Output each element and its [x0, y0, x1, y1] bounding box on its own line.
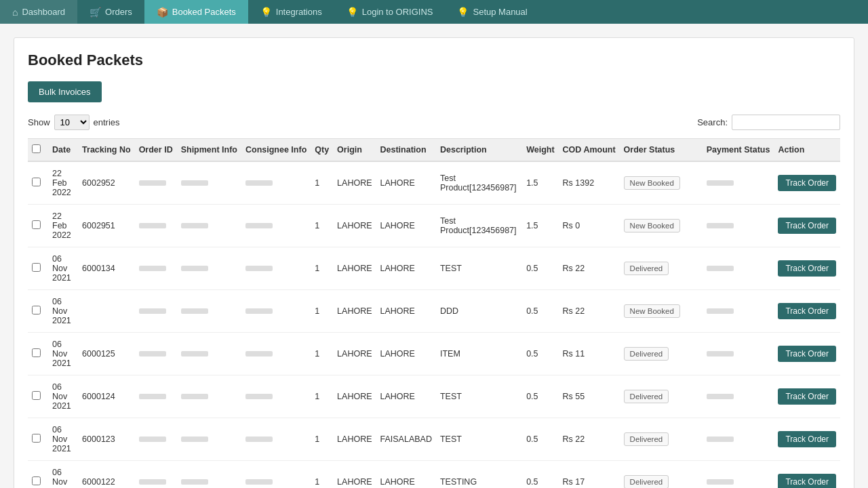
cell-action: Track Order [774, 461, 840, 489]
track-order-button[interactable]: Track Order [778, 388, 836, 405]
cell-consignee [241, 461, 311, 489]
row-checkbox[interactable] [32, 306, 41, 314]
order-status-badge: New Booked [624, 304, 680, 318]
row-checkbox[interactable] [32, 391, 41, 400]
cell-origin: LAHORE [333, 205, 376, 247]
show-entries: Show 10 25 50 100 entries [28, 115, 120, 130]
cell-order-status: Delivered [620, 333, 703, 375]
cell-date: 22 Feb 2022 [48, 161, 78, 205]
cell-consignee [241, 161, 311, 205]
cell-origin: LAHORE [333, 375, 376, 418]
cell-order-status: Delivered [620, 247, 703, 290]
table-row: 22 Feb 202260029521LAHORELAHORETest Prod… [28, 161, 840, 205]
table-row: 06 Nov 202160001341LAHORELAHORETEST0.5Rs… [28, 247, 840, 290]
order-status-badge: Delivered [624, 475, 669, 488]
col-action: Action [774, 139, 840, 162]
cell-description: Test Product[123456987] [436, 205, 522, 247]
search-input[interactable] [732, 115, 840, 130]
row-checkbox[interactable] [32, 476, 41, 485]
cell-action: Track Order [774, 161, 840, 205]
cell-order-id [135, 333, 177, 375]
cell-tracking: 6002952 [78, 161, 135, 205]
row-checkbox[interactable] [32, 220, 41, 229]
track-order-button[interactable]: Track Order [778, 175, 836, 191]
col-order-id: Order ID [135, 139, 177, 162]
cell-date: 06 Nov 2021 [48, 290, 78, 333]
row-checkbox[interactable] [32, 434, 41, 443]
nav-item-label: Login to ORIGINS [362, 7, 433, 17]
cell-destination: FAISALABAD [376, 418, 436, 461]
page-title: Booked Packets [28, 52, 840, 69]
table-header-row: Date Tracking No Order ID Shipment Info … [28, 139, 840, 162]
nav-item-label: Setup Manual [473, 7, 527, 17]
cell-order-id [135, 418, 177, 461]
cell-shipment [177, 375, 241, 418]
cell-order-status: Delivered [620, 418, 703, 461]
nav-item-label: Dashboard [22, 7, 65, 17]
track-order-button[interactable]: Track Order [778, 474, 836, 488]
cell-weight: 0.5 [522, 461, 558, 489]
cell-order-status: Delivered [620, 375, 703, 418]
nav-item-label: Booked Packets [172, 7, 236, 17]
cell-consignee [241, 290, 311, 333]
cell-weight: 1.5 [522, 205, 558, 247]
cell-origin: LAHORE [333, 333, 376, 375]
cell-tracking [78, 290, 135, 333]
track-order-button[interactable]: Track Order [778, 303, 836, 319]
track-order-button[interactable]: Track Order [778, 431, 836, 447]
nav-item-integrations[interactable]: 💡Integrations [248, 0, 334, 24]
nav-item-label: Orders [105, 7, 132, 17]
cell-date: 22 Feb 2022 [48, 205, 78, 247]
nav-item-dashboard[interactable]: ⌂Dashboard [0, 0, 77, 24]
col-consignee: Consignee Info [241, 139, 311, 162]
cell-tracking: 6000122 [78, 461, 135, 489]
cell-destination: LAHORE [376, 290, 436, 333]
cell-order-id [135, 290, 177, 333]
nav-item-booked-packets[interactable]: 📦Booked Packets [144, 0, 248, 24]
cell-description: ITEM [436, 333, 522, 375]
cell-description: DDD [436, 290, 522, 333]
cell-order-id [135, 375, 177, 418]
cell-destination: LAHORE [376, 161, 436, 205]
nav-item-login-to-origins[interactable]: 💡Login to ORIGINS [334, 0, 446, 24]
cell-action: Track Order [774, 205, 840, 247]
cell-cod: Rs 22 [559, 247, 620, 290]
cell-payment-status [703, 333, 774, 375]
cell-destination: LAHORE [376, 333, 436, 375]
cell-payment-status [703, 461, 774, 489]
row-checkbox[interactable] [32, 178, 41, 186]
row-checkbox[interactable] [32, 348, 41, 357]
track-order-button[interactable]: Track Order [778, 260, 836, 277]
nav-item-orders[interactable]: 🛒Orders [77, 0, 144, 24]
select-all-checkbox[interactable] [32, 144, 41, 153]
bulk-invoices-button[interactable]: Bulk Invoices [28, 81, 102, 102]
cell-weight: 1.5 [522, 161, 558, 205]
cell-shipment [177, 333, 241, 375]
table-row: 06 Nov 202160001221LAHORELAHORETESTING0.… [28, 461, 840, 489]
cell-destination: LAHORE [376, 247, 436, 290]
nav-icon: ⌂ [12, 7, 18, 18]
col-origin: Origin [333, 139, 376, 162]
table-controls: Show 10 25 50 100 entries Search: [28, 115, 840, 130]
cell-shipment [177, 161, 241, 205]
cell-shipment [177, 461, 241, 489]
cell-origin: LAHORE [333, 247, 376, 290]
cell-date: 06 Nov 2021 [48, 418, 78, 461]
show-label: Show [28, 117, 50, 127]
entries-select[interactable]: 10 25 50 100 [54, 115, 90, 130]
cell-date: 06 Nov 2021 [48, 247, 78, 290]
track-order-button[interactable]: Track Order [778, 346, 836, 362]
cell-qty: 1 [311, 418, 333, 461]
cell-cod: Rs 22 [559, 290, 620, 333]
cell-description: TEST [436, 247, 522, 290]
cell-cod: Rs 11 [559, 333, 620, 375]
row-checkbox[interactable] [32, 263, 41, 272]
cell-consignee [241, 333, 311, 375]
cell-weight: 0.5 [522, 333, 558, 375]
col-weight: Weight [522, 139, 558, 162]
order-status-badge: Delivered [624, 390, 669, 403]
track-order-button[interactable]: Track Order [778, 218, 836, 234]
nav-item-setup-manual[interactable]: 💡Setup Manual [445, 0, 539, 24]
col-qty: Qty [311, 139, 333, 162]
cell-order-status: New Booked [620, 161, 703, 205]
